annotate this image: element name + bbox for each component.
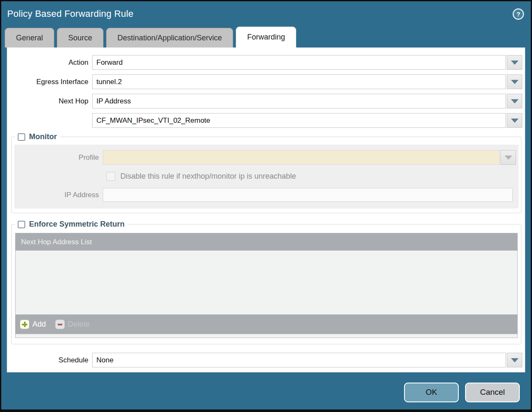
- forwarding-tab-panel: Action Egress Interface Next Hop: [7, 48, 525, 372]
- profile-dropdown-button: [500, 150, 516, 165]
- monitor-checkbox[interactable]: [18, 133, 25, 141]
- add-button[interactable]: Add: [20, 320, 46, 329]
- monitor-profile-row: Profile: [14, 150, 516, 165]
- pbf-rule-dialog: Policy Based Forwarding Rule ? General S…: [0, 0, 532, 412]
- action-dropdown-button[interactable]: [507, 55, 522, 70]
- profile-input: [103, 150, 500, 165]
- chevron-down-icon: [511, 80, 519, 84]
- cancel-button[interactable]: Cancel: [465, 383, 520, 402]
- monitor-body: Profile Disable this rule if nexthop/mon…: [14, 145, 519, 209]
- chevron-down-icon: [511, 99, 519, 103]
- ok-button[interactable]: OK: [404, 383, 459, 402]
- next-hop-type-dropdown-button[interactable]: [507, 94, 522, 108]
- enforce-symmetric-return-checkbox[interactable]: [18, 221, 25, 228]
- next-hop-address-dropdown-button[interactable]: [507, 113, 522, 128]
- next-hop-type-input[interactable]: [92, 94, 506, 108]
- egress-interface-label: Egress Interface: [7, 78, 92, 86]
- monitor-ip-input: [103, 188, 513, 202]
- chevron-down-icon: [511, 61, 519, 65]
- table-toolbar: Add Delete: [16, 314, 517, 334]
- tab-label: Forwarding: [247, 33, 285, 42]
- next-hop-address-list-table: Next Hop Address List Add Delete: [15, 233, 518, 338]
- add-button-label: Add: [32, 320, 46, 329]
- enforce-symmetric-return-legend-label: Enforce Symmetric Return: [29, 220, 125, 229]
- schedule-dropdown-button[interactable]: [507, 353, 522, 367]
- delete-button: Delete: [55, 320, 90, 329]
- plus-icon: [20, 320, 29, 329]
- table-header-label: Next Hop Address List: [21, 238, 92, 246]
- enforce-symmetric-return-legend: Enforce Symmetric Return: [15, 220, 127, 229]
- help-icon[interactable]: ?: [513, 8, 524, 20]
- table-body-empty[interactable]: [16, 251, 517, 314]
- delete-button-label: Delete: [68, 320, 90, 329]
- disable-rule-label: Disable this rule if nexthop/monitor ip …: [120, 172, 296, 181]
- chevron-down-icon: [511, 119, 519, 123]
- egress-interface-row: Egress Interface: [7, 74, 522, 89]
- next-hop-address-input[interactable]: [92, 113, 506, 128]
- tab-label: Destination/Application/Service: [117, 34, 222, 42]
- dialog-footer: OK Cancel: [1, 372, 531, 409]
- action-input[interactable]: [92, 55, 506, 70]
- schedule-label: Schedule: [7, 356, 92, 364]
- help-glyph: ?: [516, 11, 520, 18]
- disable-rule-checkbox: [106, 172, 115, 181]
- enforce-symmetric-return-section: Enforce Symmetric Return Next Hop Addres…: [11, 220, 521, 344]
- dialog-title: Policy Based Forwarding Rule: [7, 8, 133, 19]
- schedule-input[interactable]: [92, 353, 506, 367]
- tab-destination-application-service[interactable]: Destination/Application/Service: [106, 28, 233, 48]
- monitor-ip-row: IP Address: [14, 188, 516, 202]
- tab-label: Source: [68, 34, 92, 42]
- tab-source[interactable]: Source: [57, 28, 104, 48]
- next-hop-address-row: [7, 113, 522, 128]
- table-header: Next Hop Address List: [16, 233, 517, 251]
- next-hop-row: Next Hop: [7, 94, 522, 108]
- action-label: Action: [7, 58, 92, 67]
- table-scroll-strip: [16, 334, 517, 338]
- chevron-down-icon: [505, 156, 512, 160]
- monitor-legend: Monitor: [15, 132, 59, 141]
- monitor-ip-label: IP Address: [14, 191, 103, 199]
- profile-label: Profile: [14, 153, 103, 162]
- dialog-titlebar: Policy Based Forwarding Rule ?: [1, 1, 531, 26]
- egress-interface-input[interactable]: [92, 74, 506, 89]
- monitor-section: Monitor Profile Disable this rule if nex…: [11, 132, 521, 213]
- action-row: Action: [7, 55, 522, 70]
- tab-general[interactable]: General: [5, 28, 54, 48]
- tab-bar: General Source Destination/Application/S…: [1, 26, 531, 48]
- tab-forwarding[interactable]: Forwarding: [236, 26, 296, 48]
- tab-label: General: [16, 34, 43, 42]
- chevron-down-icon: [511, 358, 519, 362]
- monitor-legend-label: Monitor: [29, 132, 57, 141]
- disable-rule-row: Disable this rule if nexthop/monitor ip …: [106, 172, 516, 181]
- egress-interface-dropdown-button[interactable]: [507, 74, 522, 89]
- minus-icon: [55, 320, 65, 329]
- schedule-row: Schedule: [7, 353, 522, 367]
- next-hop-label: Next Hop: [7, 97, 92, 106]
